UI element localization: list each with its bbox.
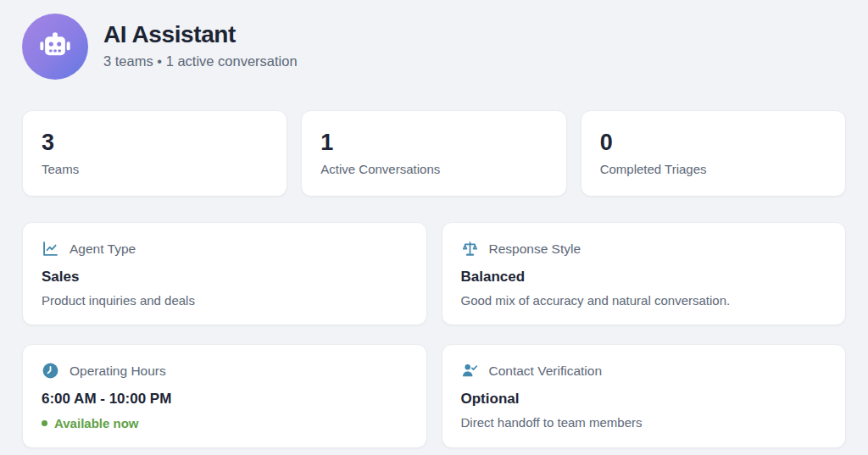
active-conversations-label: Active Conversations [320,162,547,176]
stat-card-active-conversations: 1 Active Conversations [301,110,566,197]
ai-assistant-page: AI Assistant 3 teams • 1 active conversa… [0,0,868,448]
response-style-value: Balanced [461,269,827,286]
operating-hours-value: 6:00 AM - 10:00 PM [42,391,408,408]
response-style-description: Good mix of accuracy and natural convers… [461,293,827,308]
agent-type-title: Agent Type [70,241,136,257]
info-cards-grid: Agent Type Sales Product inquiries and d… [22,222,846,448]
teams-count: 3 [42,131,268,154]
operating-hours-title: Operating Hours [70,363,166,379]
completed-triages-count: 0 [600,131,826,154]
operating-hours-card: Operating Hours 6:00 AM - 10:00 PM Avail… [22,344,427,448]
response-style-title: Response Style [489,241,581,257]
page-title: AI Assistant [103,21,298,48]
person-check-icon [461,362,479,380]
stat-card-completed-triages: 0 Completed Triages [581,110,846,197]
chart-line-icon [42,240,59,258]
stat-card-teams: 3 Teams [22,110,287,197]
contact-verification-card: Contact Verification Optional Direct han… [442,344,847,448]
assistant-avatar [22,14,88,80]
page-header: AI Assistant 3 teams • 1 active conversa… [22,14,846,80]
robot-icon [37,27,73,66]
stats-row: 3 Teams 1 Active Conversations 0 Complet… [22,110,846,197]
clock-icon [42,362,59,380]
agent-type-value: Sales [42,269,408,286]
status-dot-icon [42,420,47,426]
response-style-header: Response Style [461,240,827,258]
operating-hours-header: Operating Hours [42,362,408,380]
availability-status-text: Available now [54,416,138,430]
availability-status: Available now [42,416,408,430]
teams-label: Teams [42,162,268,176]
header-text: AI Assistant 3 teams • 1 active conversa… [103,21,298,73]
contact-verification-title: Contact Verification [489,363,603,379]
response-style-card: Response Style Balanced Good mix of accu… [442,222,847,325]
agent-type-description: Product inquiries and deals [42,293,408,308]
completed-triages-label: Completed Triages [600,162,826,176]
active-conversations-count: 1 [320,131,547,154]
agent-type-card: Agent Type Sales Product inquiries and d… [22,222,427,325]
contact-verification-value: Optional [461,391,827,408]
page-subtitle: 3 teams • 1 active conversation [103,53,298,69]
balance-scale-icon [461,240,479,258]
contact-verification-description: Direct handoff to team members [461,415,827,430]
agent-type-header: Agent Type [42,240,408,258]
contact-verification-header: Contact Verification [461,362,827,380]
